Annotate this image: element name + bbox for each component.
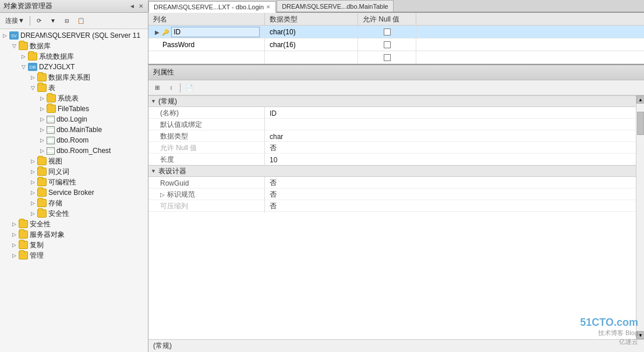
tree-item-security_db[interactable]: ▷安全性	[0, 208, 148, 219]
tree-item-sysdbs[interactable]: ▷系统数据库	[0, 51, 148, 62]
expand-icon-storage[interactable]: ▷	[28, 198, 37, 208]
tree-item-replication[interactable]: ▷复制	[0, 240, 148, 250]
expand-icon-databases[interactable]: ▽	[9, 41, 19, 51]
filter-button[interactable]: ▼	[47, 15, 59, 27]
expand-icon-management[interactable]: ▷	[9, 251, 19, 260]
row2-null[interactable]	[358, 38, 416, 51]
section-general-header[interactable]: ▼ (常规)	[148, 95, 636, 107]
expand-icon-servicebroker[interactable]: ▷	[28, 188, 37, 197]
tree-item-databases[interactable]: ▽数据库	[0, 41, 148, 51]
expand-icon-dboroom[interactable]: ▷	[37, 136, 47, 145]
row2-null-checkbox[interactable]	[384, 41, 391, 48]
left-panel-header: 对象资源管理器 ◄ ✕	[0, 0, 148, 13]
left-panel-title: 对象资源管理器	[3, 1, 52, 11]
tree-label-management: 管理	[30, 251, 44, 261]
tree-item-filetables[interactable]: ▷FileTables	[0, 104, 148, 114]
pin-icon[interactable]: ◄	[128, 3, 136, 9]
alphabetical-button[interactable]: ↕	[165, 82, 178, 94]
row1-type: char(10)	[265, 26, 358, 38]
tree-item-storage[interactable]: ▷存储	[0, 198, 148, 208]
expand-icon-dbologin[interactable]: ▷	[37, 115, 47, 124]
tree-label-dbdiagram: 数据库关系图	[48, 73, 90, 83]
tree-item-views[interactable]: ▷视图	[0, 156, 148, 166]
folder-icon-tables	[37, 84, 47, 92]
tree-item-systables[interactable]: ▷系统表	[0, 93, 148, 104]
scrollbar[interactable]: ▲ ▼	[636, 95, 644, 339]
expand-icon-sysdbs[interactable]: ▷	[19, 52, 28, 61]
row1-name[interactable]: ▶ 🔑 ID	[148, 26, 265, 38]
expand-icon-filetables[interactable]: ▷	[37, 104, 47, 113]
tree-item-dbologin[interactable]: ▷dbo.Login	[0, 114, 148, 125]
folder-icon-servicebroker	[37, 189, 47, 197]
tree-item-dzyjglxt[interactable]: ▽DBDZYJGLXT	[0, 62, 148, 72]
prop-compressible-label: 可压缩列	[148, 200, 265, 212]
row3-null[interactable]	[358, 51, 416, 63]
collapse-button[interactable]: ⊟	[61, 15, 73, 27]
expand-icon-replication[interactable]: ▷	[9, 240, 19, 250]
row1-null[interactable]	[358, 26, 416, 38]
tree-item-management[interactable]: ▷管理	[0, 250, 148, 261]
close-icon[interactable]: ✕	[137, 3, 144, 9]
expand-icon-dbomaintable[interactable]: ▷	[37, 125, 47, 134]
tree-item-dbdiagram[interactable]: ▷数据库关系图	[0, 72, 148, 83]
row1-indicator: ▶	[153, 29, 161, 35]
row1-name-input[interactable]: ID	[171, 27, 260, 37]
tree-item-synonyms[interactable]: ▷同义词	[0, 166, 148, 177]
tree-item-server[interactable]: ▷SVDREAM\SQLSERVER (SQL Server 11	[0, 30, 148, 41]
expand-icon-programmability[interactable]: ▷	[28, 177, 37, 187]
tree-label-servicebroker: Service Broker	[48, 189, 94, 197]
tree-label-security: 安全性	[30, 219, 51, 229]
prop-nullable-value: 否	[265, 142, 636, 154]
section-tabledesigner-header[interactable]: ▼ 表设计器	[148, 165, 636, 177]
expand-icon-security_db[interactable]: ▷	[28, 209, 37, 218]
row1-null-checkbox[interactable]	[384, 29, 391, 35]
tree-label-databases: 数据库	[30, 41, 51, 51]
expand-icon-synonyms[interactable]: ▷	[28, 167, 37, 176]
prop-length-value: 10	[265, 154, 636, 166]
tree-label-dboroom: dbo.Room	[56, 136, 89, 144]
scrollbar-thumb[interactable]	[637, 112, 644, 135]
scroll-up[interactable]: ▲	[636, 95, 644, 104]
expand-icon-server[interactable]: ▷	[0, 31, 9, 40]
prop-row-default: 默认值或绑定	[148, 119, 636, 130]
folder-icon-security	[19, 220, 28, 228]
tree-item-security[interactable]: ▷安全性	[0, 219, 148, 229]
categorized-button[interactable]: ⊞	[151, 82, 164, 94]
expand-icon-security[interactable]: ▷	[9, 219, 19, 229]
lower-section: 列属性 ⊞ ↕ 📄 ▼ (常规) (名称) ID	[148, 64, 644, 339]
properties-button[interactable]: 📋	[75, 15, 87, 27]
expand-icon-systables[interactable]: ▷	[37, 94, 47, 103]
tree-item-dboroom[interactable]: ▷dbo.Room	[0, 135, 148, 145]
row3-null-checkbox[interactable]	[384, 54, 391, 61]
row3-name[interactable]	[148, 51, 265, 63]
prop-datatype-label: 数据类型	[148, 130, 265, 143]
col-null-header: 允许 Null 值	[358, 13, 416, 26]
tab-maintable[interactable]: DREAM\SQLSERVE...dbo.MainTable	[277, 0, 394, 12]
tree-item-servobj[interactable]: ▷服务器对象	[0, 229, 148, 240]
tab-login-close[interactable]: ✕	[266, 4, 271, 10]
pages-button[interactable]: 📄	[183, 82, 196, 94]
connect-button[interactable]: 连接▼	[2, 15, 27, 27]
expand-icon-servobj[interactable]: ▷	[9, 230, 19, 239]
watermark-main: 51CTO.com	[580, 317, 638, 329]
tree-item-programmability[interactable]: ▷可编程性	[0, 177, 148, 187]
tab-login[interactable]: DREAM\SQLSERVE...LXT - dbo.Login ✕	[148, 1, 276, 13]
section-tabledesigner-toggle[interactable]: ▼	[151, 168, 156, 174]
expand-icon-views[interactable]: ▷	[28, 157, 37, 166]
expand-icon-dboroomchest[interactable]: ▷	[37, 146, 47, 155]
tree-item-dbomaintable[interactable]: ▷dbo.MainTable	[0, 125, 148, 135]
refresh-button[interactable]: ⟳	[33, 15, 45, 27]
expand-icon-dbdiagram[interactable]: ▷	[28, 73, 37, 82]
tree-area[interactable]: ▷SVDREAM\SQLSERVER (SQL Server 11▽数据库▷系统…	[0, 29, 148, 352]
tree-item-servicebroker[interactable]: ▷Service Broker	[0, 187, 148, 198]
table-row[interactable]: PassWord char(16)	[148, 38, 644, 51]
tree-item-dboroomchest[interactable]: ▷dbo.Room_Chest	[0, 145, 148, 156]
table-row[interactable]: ▶ 🔑 ID char(10)	[148, 26, 644, 38]
expand-icon-tables[interactable]: ▽	[28, 83, 37, 93]
tree-label-dboroomchest: dbo.Room_Chest	[56, 147, 111, 155]
row2-name[interactable]: PassWord	[148, 38, 265, 51]
expand-icon-dzyjglxt[interactable]: ▽	[19, 62, 28, 72]
section-general-toggle[interactable]: ▼	[151, 98, 156, 104]
table-row[interactable]	[148, 51, 644, 64]
tree-item-tables[interactable]: ▽表	[0, 83, 148, 93]
